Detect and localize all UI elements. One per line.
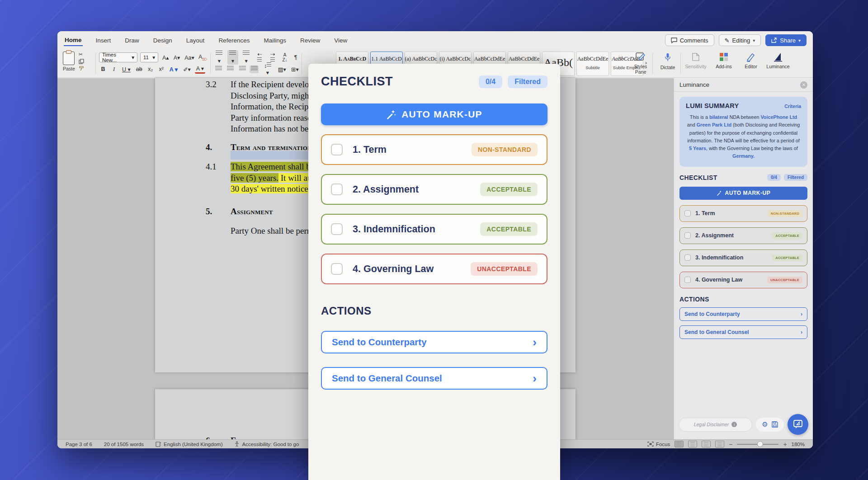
save-icon[interactable]: [772, 421, 778, 428]
shrink-font-button[interactable]: A▾: [172, 54, 181, 61]
sidebar-checklist-item-governing-law[interactable]: 4. Governing Law UNACCEPTABLE: [679, 272, 807, 288]
luminance-assistant-button[interactable]: [788, 414, 808, 435]
word-count[interactable]: 20 of 1505 words: [104, 442, 144, 447]
web-layout-view-button[interactable]: [715, 441, 724, 447]
read-mode-view-button[interactable]: [688, 441, 697, 447]
zoom-out-button[interactable]: −: [729, 441, 732, 448]
paste-button[interactable]: Paste: [63, 52, 75, 71]
superscript-button[interactable]: x²: [157, 66, 165, 73]
highlight-color-button[interactable]: ✐▾: [182, 66, 192, 73]
align-right-button[interactable]: [238, 66, 247, 73]
style-subtitle[interactable]: AaBbCcDdEeSubtitle: [576, 52, 609, 76]
outline-view-button[interactable]: [702, 441, 711, 447]
editing-mode-button[interactable]: ✎ Editing ▾: [719, 34, 761, 46]
tab-review[interactable]: Review: [299, 35, 321, 46]
numbering-button[interactable]: ▾: [227, 50, 238, 65]
send-to-counterparty-button[interactable]: Send to Counterparty ›: [321, 331, 547, 353]
zoom-slider[interactable]: [737, 444, 778, 445]
chevron-right-icon: ›: [801, 329, 802, 335]
line-spacing-button[interactable]: ↕▾: [261, 62, 274, 76]
desktop: { "chrome": { "tabs": ["Home", "Insert",…: [0, 0, 868, 480]
accessibility-status[interactable]: Accessibility: Good to go: [234, 441, 299, 447]
criteria-link[interactable]: Criteria: [784, 104, 801, 109]
auto-markup-button[interactable]: AUTO MARK-UP: [321, 104, 547, 125]
tab-references[interactable]: References: [217, 35, 250, 46]
sidebar-checklist-item-term[interactable]: 1. Term NON-STANDARD: [679, 205, 807, 222]
send-to-general-counsel-button[interactable]: Send to General Counsel ›: [321, 367, 547, 390]
checkbox[interactable]: [331, 144, 343, 155]
bold-button[interactable]: B: [99, 66, 107, 73]
overlay-actions-title: ACTIONS: [321, 305, 547, 317]
checkbox[interactable]: [684, 210, 691, 216]
subscript-button[interactable]: x₂: [146, 66, 155, 73]
checkbox[interactable]: [331, 184, 343, 195]
add-ins-button[interactable]: Add-ins: [711, 52, 736, 70]
sort-button[interactable]: AZ↓: [281, 52, 289, 63]
copy-icon[interactable]: [79, 59, 84, 64]
multilevel-list-button[interactable]: ▾: [241, 50, 252, 65]
zoom-level[interactable]: 180%: [792, 442, 805, 447]
clause-number: 3.2: [206, 79, 217, 90]
styles-pane-button[interactable]: Styles Pane: [628, 52, 653, 75]
luminance-addin-button[interactable]: Luminance: [765, 52, 791, 70]
tab-view[interactable]: View: [333, 35, 348, 46]
text-effects-button[interactable]: A ▾: [168, 66, 179, 73]
font-color-button[interactable]: A ▾: [195, 65, 205, 74]
checklist-item-indemnification[interactable]: 3. Indemnification ACCEPTABLE: [321, 214, 547, 245]
editor-button[interactable]: Editor: [738, 52, 764, 70]
legal-disclaimer-button[interactable]: Legal Disclaimer i: [679, 418, 752, 432]
borders-button[interactable]: ⊞▾: [290, 66, 300, 73]
checklist-item-term[interactable]: 1. Term NON-STANDARD: [321, 134, 547, 165]
clear-formatting-button[interactable]: A⌦: [197, 53, 208, 62]
overlay-checklist-title: CHECKLIST: [321, 75, 473, 89]
justify-button[interactable]: [250, 66, 259, 73]
microphone-icon: [663, 52, 672, 63]
checklist-item-assignment[interactable]: 2. Assignment ACCEPTABLE: [321, 174, 547, 205]
sidebar-send-to-counterparty-button[interactable]: Send to Counterparty ›: [679, 307, 807, 321]
checkbox[interactable]: [684, 232, 691, 239]
sidebar-checklist-item-indemnification[interactable]: 3. Indemnification ACCEPTABLE: [679, 249, 807, 266]
filtered-badge[interactable]: Filtered: [508, 75, 547, 88]
italic-button[interactable]: I: [110, 66, 118, 73]
shading-button[interactable]: ▨▾: [277, 66, 287, 73]
tab-mailings[interactable]: Mailings: [263, 35, 287, 46]
zoom-in-button[interactable]: +: [783, 441, 787, 448]
share-button[interactable]: Share ▾: [765, 34, 807, 46]
font-name-select[interactable]: Times New...▾: [99, 52, 137, 62]
underline-button[interactable]: U ▾: [121, 66, 132, 73]
tab-draw[interactable]: Draw: [124, 35, 140, 46]
close-icon[interactable]: ✕: [800, 81, 807, 89]
align-left-button[interactable]: [214, 66, 223, 73]
cut-icon[interactable]: ✂: [79, 52, 84, 57]
print-layout-view-button[interactable]: [675, 441, 684, 447]
grow-font-button[interactable]: A▴: [161, 54, 170, 61]
font-size-select[interactable]: 11▾: [140, 52, 158, 62]
show-formatting-button[interactable]: ¶: [292, 54, 300, 61]
tab-insert[interactable]: Insert: [95, 35, 112, 46]
zoom-slider-thumb[interactable]: [757, 441, 763, 447]
language-status[interactable]: English (United Kingdom): [156, 442, 222, 447]
bullets-button[interactable]: ▾: [214, 50, 225, 65]
page-indicator[interactable]: Page 3 of 6: [66, 442, 92, 447]
sidebar-auto-markup-button[interactable]: AUTO MARK-UP: [679, 187, 807, 200]
comments-button[interactable]: Comments: [665, 34, 714, 46]
checklist-item-governing-law[interactable]: 4. Governing Law UNACCEPTABLE: [321, 254, 547, 284]
checkbox[interactable]: [684, 254, 691, 261]
checkbox[interactable]: [331, 223, 343, 235]
change-case-button[interactable]: Aa▾: [183, 54, 194, 61]
sensitivity-button[interactable]: Sensitivity: [683, 52, 708, 70]
tab-layout[interactable]: Layout: [185, 35, 206, 46]
format-painter-icon[interactable]: [79, 66, 84, 71]
sidebar-send-to-general-counsel-button[interactable]: Send to General Counsel ›: [679, 325, 807, 339]
focus-mode-button[interactable]: Focus: [647, 442, 670, 447]
gear-icon[interactable]: ⚙: [762, 420, 768, 428]
checkbox[interactable]: [331, 263, 343, 275]
strikethrough-button[interactable]: ab: [135, 66, 144, 73]
dictate-button[interactable]: Dictate: [655, 52, 680, 71]
sidebar-checklist-item-assignment[interactable]: 2. Assignment ACCEPTABLE: [679, 227, 807, 244]
checkbox[interactable]: [684, 277, 691, 283]
align-center-button[interactable]: [226, 66, 235, 73]
tab-design[interactable]: Design: [152, 35, 173, 46]
tab-home[interactable]: Home: [64, 35, 83, 46]
filtered-badge[interactable]: Filtered: [784, 174, 807, 181]
